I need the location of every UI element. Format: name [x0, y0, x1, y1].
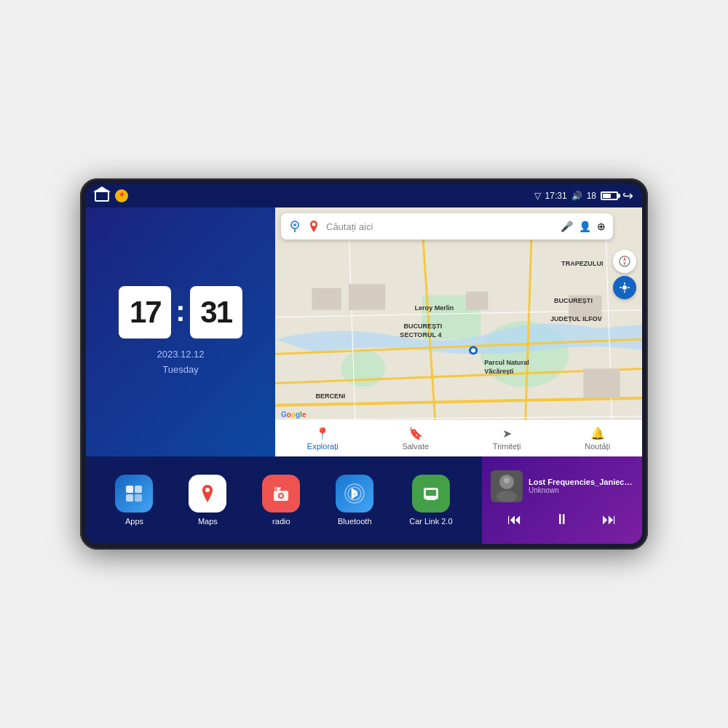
svg-rect-56: [426, 490, 436, 496]
screen: 📍 ▽ 17:31 🔊 18 ↩ 17 :: [86, 184, 642, 544]
account-icon[interactable]: 👤: [579, 221, 591, 232]
svg-text:Văcărești: Văcărești: [484, 368, 513, 375]
svg-rect-42: [126, 486, 133, 493]
battery-level: 18: [587, 191, 596, 201]
compass-btn[interactable]: [613, 250, 636, 273]
svg-point-49: [280, 494, 282, 497]
svg-marker-35: [623, 257, 626, 261]
mic-icon[interactable]: 🎤: [561, 221, 573, 232]
date-info: 2023.12.12 Tuesday: [157, 347, 204, 378]
clock-hours: 17: [119, 286, 171, 339]
saved-nav-icon: 🔖: [408, 427, 423, 440]
next-button[interactable]: ⏭: [599, 508, 620, 531]
app-item-apps[interactable]: Apps: [115, 475, 153, 526]
status-right: ▽ 17:31 🔊 18 ↩: [534, 188, 633, 204]
maps-label: Maps: [198, 517, 218, 526]
map-nav-send[interactable]: ➤ Trimiteți: [493, 427, 521, 451]
maps-app-icon: [189, 475, 226, 513]
top-section: 17 : 31 2023.12.12 Tuesday: [86, 207, 642, 456]
svg-rect-43: [135, 486, 142, 493]
send-nav-icon: ➤: [502, 427, 512, 440]
map-nav-news[interactable]: 🔔 Noutăți: [585, 427, 610, 451]
home-icon[interactable]: [95, 190, 109, 202]
location-btn[interactable]: [613, 276, 636, 299]
svg-point-37: [622, 285, 627, 290]
device: 📍 ▽ 17:31 🔊 18 ↩ 17 :: [80, 178, 648, 550]
map-bottom-nav: 📍 Explorați 🔖 Salvate ➤ Trimiteți 🔔: [275, 420, 642, 456]
clock-minutes: 31: [190, 286, 242, 339]
play-pause-button[interactable]: ⏸: [552, 508, 572, 531]
volume-icon: 🔊: [571, 191, 582, 201]
bottom-section: Apps Maps: [86, 456, 642, 544]
radio-label: radio: [272, 517, 290, 526]
svg-rect-45: [135, 494, 142, 502]
music-info: Lost Frequencies_Janieck Devy-... Unknow…: [491, 470, 633, 502]
day-text: Tuesday: [157, 363, 204, 378]
music-controls: ⏮ ⏸ ⏭: [491, 508, 633, 531]
saved-nav-label: Salvate: [402, 442, 429, 451]
time-display: 17:31: [545, 191, 567, 201]
bluetooth-label: Bluetooth: [338, 517, 371, 526]
map-controls: [613, 213, 636, 299]
svg-text:Leroy Merlin: Leroy Merlin: [415, 304, 454, 312]
track-name: Lost Frequencies_Janieck Devy-...: [529, 478, 633, 486]
svg-text:ʙ: ʙ: [352, 487, 357, 499]
svg-rect-15: [466, 292, 488, 310]
svg-text:BERCENI: BERCENI: [315, 392, 345, 400]
app-item-carlink[interactable]: Car Link 2.0: [409, 475, 452, 526]
app-item-maps[interactable]: Maps: [189, 475, 226, 526]
svg-text:JUDEȚUL ILFOV: JUDEȚUL ILFOV: [550, 315, 602, 323]
svg-text:FM: FM: [274, 486, 281, 491]
main-area: 17 : 31 2023.12.12 Tuesday: [86, 207, 642, 544]
svg-rect-13: [312, 288, 341, 310]
news-nav-icon: 🔔: [590, 427, 605, 440]
svg-rect-44: [126, 494, 133, 502]
svg-text:SECTORUL 4: SECTORUL 4: [400, 331, 441, 339]
apps-label: Apps: [125, 517, 143, 526]
svg-point-62: [496, 491, 517, 502]
layers-icon[interactable]: ⊕: [597, 221, 606, 232]
map-background: TRAPEZULUI BUCUREȘTI JUDEȚUL ILFOV BERCE…: [275, 207, 642, 456]
map-pin-icon: [307, 220, 320, 233]
music-player: Lost Frequencies_Janieck Devy-... Unknow…: [482, 456, 642, 544]
svg-point-28: [471, 348, 475, 352]
battery-icon: [601, 191, 618, 200]
svg-text:BUCUREȘTI: BUCUREȘTI: [554, 297, 593, 304]
google-logo: Google: [281, 411, 306, 419]
news-nav-label: Noutăți: [585, 442, 610, 451]
radio-icon: FM: [262, 475, 300, 513]
svg-rect-59: [427, 499, 435, 500]
prev-button[interactable]: ⏮: [505, 508, 525, 531]
clock-colon: :: [175, 296, 185, 325]
svg-point-46: [205, 488, 210, 492]
apps-area: Apps Maps: [86, 456, 482, 544]
carlink-label: Car Link 2.0: [409, 517, 452, 526]
clock-display: 17 : 31: [119, 286, 242, 339]
svg-rect-14: [349, 284, 385, 309]
carlink-icon: [412, 475, 450, 513]
svg-marker-36: [623, 261, 626, 266]
album-art: [491, 470, 523, 502]
date-text: 2023.12.12: [157, 347, 204, 363]
map-search-bar[interactable]: Căutați aici 🎤 👤 ⊕: [281, 213, 613, 240]
map-panel[interactable]: TRAPEZULUI BUCUREȘTI JUDEȚUL ILFOV BERCE…: [275, 207, 642, 456]
map-nav-explore[interactable]: 📍 Explorați: [307, 427, 339, 451]
svg-point-30: [293, 223, 296, 226]
status-left: 📍: [95, 189, 128, 202]
svg-text:TRAPEZULUI: TRAPEZULUI: [561, 260, 603, 267]
bluetooth-icon: ʙ: [336, 475, 373, 513]
svg-point-33: [312, 223, 316, 226]
explore-nav-icon: 📍: [315, 427, 330, 440]
app-item-radio[interactable]: FM radio: [262, 475, 300, 526]
back-icon[interactable]: ↩: [622, 188, 633, 204]
signal-icon: ▽: [534, 191, 541, 201]
map-nav-saved[interactable]: 🔖 Salvate: [402, 427, 429, 451]
status-bar: 📍 ▽ 17:31 🔊 18 ↩: [86, 184, 642, 207]
track-details: Lost Frequencies_Janieck Devy-... Unknow…: [529, 478, 633, 494]
maps-logo-icon: [288, 220, 301, 233]
app-item-bluetooth[interactable]: ʙ Bluetooth: [336, 475, 373, 526]
svg-rect-17: [583, 368, 620, 397]
clock-panel: 17 : 31 2023.12.12 Tuesday: [86, 207, 275, 456]
navigation-icon: 📍: [115, 189, 128, 202]
search-input-text: Căutați aici: [326, 221, 555, 232]
